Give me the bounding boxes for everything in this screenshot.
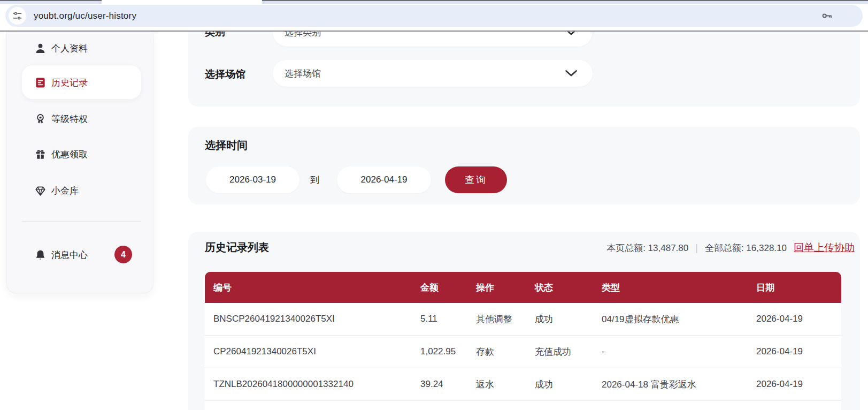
sidebar-item-level[interactable]: 等级特权 [7,107,154,131]
sidebar-item-profile[interactable]: 个人资料 [7,36,154,60]
cell-status: 成功 [535,378,602,391]
history-title: 历史记录列表 [205,240,269,255]
cell-amount: 1,022.95 [420,346,476,357]
cell-status: 成功 [535,313,602,325]
all-total: 全部总额: 16,328.10 [705,242,787,254]
table-header-row: 编号 金额 操作 状态 类型 日期 [205,272,841,303]
sidebar-item-label: 个人资料 [51,42,88,55]
cell-id: BNSCP26041921340026T5XI [205,314,420,324]
time-range-card: 选择时间 2026-03-19 到 2026-04-19 查询 [188,127,860,204]
page-total: 本页总额: 13,487.80 [606,242,688,254]
history-totals: 本页总额: 13,487.80 | 全部总额: 16,328.10 回单上传协助 [606,241,855,255]
tab-strip [0,0,868,4]
table-row [205,401,841,410]
site-settings-icon[interactable] [9,7,26,25]
to-label: 到 [310,174,319,186]
col-header-status: 状态 [535,282,602,294]
history-card: 历史记录列表 本页总额: 13,487.80 | 全部总额: 16,328.10… [188,232,860,410]
cell-amount: 5.11 [420,314,476,324]
browser-toolbar: youbt.org/uc/user-history [0,0,868,32]
cell-operation: 返水 [476,378,535,391]
venue-label: 选择场馆 [205,67,245,81]
bell-icon [34,248,47,261]
message-count-badge: 4 [114,246,132,263]
col-header-date: 日期 [756,282,841,294]
medal-icon [34,112,47,125]
sidebar-item-label: 消息中心 [51,249,88,261]
col-header-type: 类型 [602,282,756,294]
sidebar-item-history[interactable]: 历史记录 [7,71,154,94]
receipt-upload-link[interactable]: 回单上传协助 [794,241,855,255]
sidebar-item-treasury[interactable]: 小金库 [7,179,154,202]
sidebar: 个人资料 历史记录 等级特权 优惠领取 小金库 消息中心 4 [6,31,153,293]
history-table: 编号 金额 操作 状态 类型 日期 BNSCP26041921340026T5X… [205,272,841,410]
cell-id: CP26041921340026T5XI [205,346,420,357]
cell-type: - [602,346,756,357]
tab-edge-left [0,0,102,4]
sidebar-item-label: 小金库 [51,185,79,197]
sidebar-item-label: 历史记录 [51,77,88,89]
history-icon [34,76,47,89]
cell-type: 2026-04-18 富贵彩返水 [602,378,756,391]
query-button[interactable]: 查询 [445,166,507,193]
sidebar-item-promotions[interactable]: 优惠领取 [7,142,154,166]
table-row: TZNLB2026041800000001332140 39.24 返水 成功 … [205,368,841,401]
col-header-operation: 操作 [476,282,535,294]
password-key-icon[interactable] [821,10,833,24]
time-range-title: 选择时间 [205,138,248,153]
cell-id: TZNLB2026041800000001332140 [205,379,420,390]
person-icon [34,42,47,55]
cell-date: 2026-04-19 [756,379,841,390]
cell-amount: 39.24 [420,379,476,390]
col-header-id: 编号 [205,282,420,294]
table-row: CP26041921340026T5XI 1,022.95 存款 充值成功 - … [205,336,841,368]
venue-select-value: 选择场馆 [285,67,321,80]
url-text[interactable]: youbt.org/uc/user-history [34,11,136,21]
sidebar-divider [22,221,141,222]
address-bar[interactable]: youbt.org/uc/user-history [5,5,863,27]
cell-operation: 存款 [476,346,535,358]
totals-separator: | [695,242,698,254]
sidebar-item-label: 等级特权 [51,113,88,125]
cell-date: 2026-04-19 [756,346,841,357]
sidebar-item-label: 优惠领取 [51,148,88,161]
cell-date: 2026-04-19 [756,314,841,324]
end-date-input[interactable]: 2026-04-19 [337,166,431,193]
venue-select[interactable]: 选择场馆 [273,60,593,87]
diamond-icon [34,184,47,197]
cell-type: 04/19虚拟存款优惠 [602,313,756,325]
tab-edge-right [262,0,868,4]
gift-icon [34,148,47,161]
col-header-amount: 金额 [420,282,476,294]
chevron-down-icon [565,70,578,77]
active-tab-edge [102,0,262,4]
filter-card: 类别 选择类别 选择场馆 选择场馆 [188,24,860,107]
table-row: BNSCP26041921340026T5XI 5.11 其他调整 成功 04/… [205,303,841,336]
cell-status: 充值成功 [535,346,602,358]
cell-operation: 其他调整 [476,313,535,325]
start-date-input[interactable]: 2026-03-19 [206,166,299,193]
